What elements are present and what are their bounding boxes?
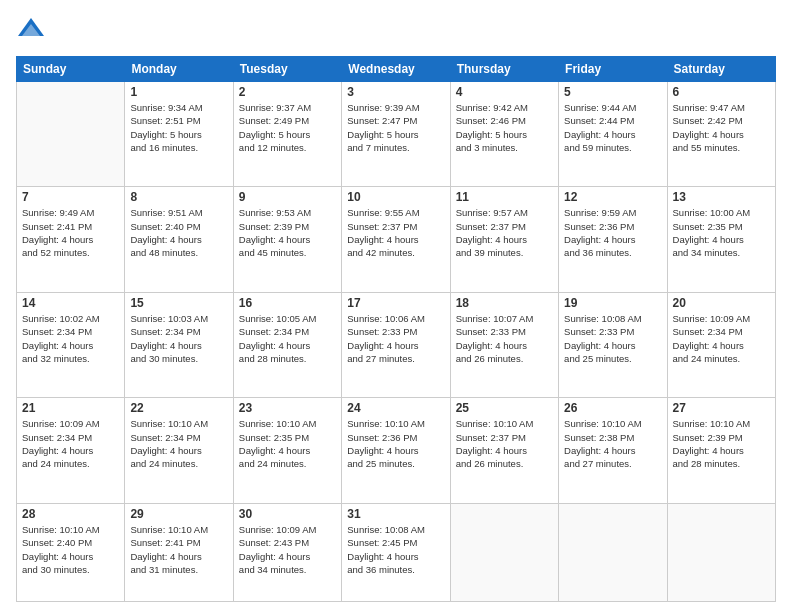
day-number: 14 — [22, 296, 119, 310]
day-info: Sunrise: 10:10 AMSunset: 2:37 PMDaylight… — [456, 417, 553, 470]
day-header: Tuesday — [233, 57, 341, 82]
day-info: Sunrise: 10:05 AMSunset: 2:34 PMDaylight… — [239, 312, 336, 365]
day-header: Saturday — [667, 57, 775, 82]
day-number: 7 — [22, 190, 119, 204]
day-info: Sunrise: 10:07 AMSunset: 2:33 PMDaylight… — [456, 312, 553, 365]
day-number: 22 — [130, 401, 227, 415]
day-info: Sunrise: 10:10 AMSunset: 2:41 PMDaylight… — [130, 523, 227, 576]
calendar-week-row: 7Sunrise: 9:49 AMSunset: 2:41 PMDaylight… — [17, 187, 776, 292]
day-number: 26 — [564, 401, 661, 415]
calendar-cell: 25Sunrise: 10:10 AMSunset: 2:37 PMDaylig… — [450, 398, 558, 503]
day-number: 20 — [673, 296, 770, 310]
calendar-cell: 2Sunrise: 9:37 AMSunset: 2:49 PMDaylight… — [233, 82, 341, 187]
day-info: Sunrise: 10:09 AMSunset: 2:43 PMDaylight… — [239, 523, 336, 576]
calendar-cell: 16Sunrise: 10:05 AMSunset: 2:34 PMDaylig… — [233, 292, 341, 397]
day-number: 31 — [347, 507, 444, 521]
calendar-cell: 18Sunrise: 10:07 AMSunset: 2:33 PMDaylig… — [450, 292, 558, 397]
day-info: Sunrise: 10:06 AMSunset: 2:33 PMDaylight… — [347, 312, 444, 365]
day-number: 2 — [239, 85, 336, 99]
day-info: Sunrise: 9:39 AMSunset: 2:47 PMDaylight:… — [347, 101, 444, 154]
calendar-week-row: 28Sunrise: 10:10 AMSunset: 2:40 PMDaylig… — [17, 503, 776, 601]
calendar-cell: 24Sunrise: 10:10 AMSunset: 2:36 PMDaylig… — [342, 398, 450, 503]
calendar-cell: 14Sunrise: 10:02 AMSunset: 2:34 PMDaylig… — [17, 292, 125, 397]
calendar-cell: 4Sunrise: 9:42 AMSunset: 2:46 PMDaylight… — [450, 82, 558, 187]
calendar-week-row: 14Sunrise: 10:02 AMSunset: 2:34 PMDaylig… — [17, 292, 776, 397]
calendar-cell: 22Sunrise: 10:10 AMSunset: 2:34 PMDaylig… — [125, 398, 233, 503]
calendar-cell — [559, 503, 667, 601]
day-info: Sunrise: 9:34 AMSunset: 2:51 PMDaylight:… — [130, 101, 227, 154]
day-header: Monday — [125, 57, 233, 82]
logo-icon — [16, 16, 46, 46]
day-number: 4 — [456, 85, 553, 99]
day-number: 5 — [564, 85, 661, 99]
day-info: Sunrise: 10:10 AMSunset: 2:36 PMDaylight… — [347, 417, 444, 470]
day-number: 24 — [347, 401, 444, 415]
calendar-cell: 10Sunrise: 9:55 AMSunset: 2:37 PMDayligh… — [342, 187, 450, 292]
day-number: 3 — [347, 85, 444, 99]
calendar-table: SundayMondayTuesdayWednesdayThursdayFrid… — [16, 56, 776, 602]
day-header: Sunday — [17, 57, 125, 82]
calendar-cell: 19Sunrise: 10:08 AMSunset: 2:33 PMDaylig… — [559, 292, 667, 397]
day-number: 23 — [239, 401, 336, 415]
calendar-cell: 31Sunrise: 10:08 AMSunset: 2:45 PMDaylig… — [342, 503, 450, 601]
day-info: Sunrise: 9:42 AMSunset: 2:46 PMDaylight:… — [456, 101, 553, 154]
day-number: 6 — [673, 85, 770, 99]
day-info: Sunrise: 9:37 AMSunset: 2:49 PMDaylight:… — [239, 101, 336, 154]
calendar-cell: 26Sunrise: 10:10 AMSunset: 2:38 PMDaylig… — [559, 398, 667, 503]
day-number: 29 — [130, 507, 227, 521]
day-number: 8 — [130, 190, 227, 204]
day-number: 19 — [564, 296, 661, 310]
calendar-cell: 28Sunrise: 10:10 AMSunset: 2:40 PMDaylig… — [17, 503, 125, 601]
day-number: 16 — [239, 296, 336, 310]
calendar-cell: 3Sunrise: 9:39 AMSunset: 2:47 PMDaylight… — [342, 82, 450, 187]
day-number: 17 — [347, 296, 444, 310]
calendar-cell: 23Sunrise: 10:10 AMSunset: 2:35 PMDaylig… — [233, 398, 341, 503]
calendar-cell — [450, 503, 558, 601]
day-number: 1 — [130, 85, 227, 99]
day-header: Wednesday — [342, 57, 450, 82]
calendar-cell — [17, 82, 125, 187]
calendar-cell: 13Sunrise: 10:00 AMSunset: 2:35 PMDaylig… — [667, 187, 775, 292]
calendar-week-row: 21Sunrise: 10:09 AMSunset: 2:34 PMDaylig… — [17, 398, 776, 503]
calendar-cell: 15Sunrise: 10:03 AMSunset: 2:34 PMDaylig… — [125, 292, 233, 397]
calendar-cell — [667, 503, 775, 601]
day-info: Sunrise: 9:44 AMSunset: 2:44 PMDaylight:… — [564, 101, 661, 154]
day-info: Sunrise: 10:10 AMSunset: 2:40 PMDaylight… — [22, 523, 119, 576]
day-info: Sunrise: 9:49 AMSunset: 2:41 PMDaylight:… — [22, 206, 119, 259]
day-info: Sunrise: 10:10 AMSunset: 2:34 PMDaylight… — [130, 417, 227, 470]
page-container: SundayMondayTuesdayWednesdayThursdayFrid… — [0, 0, 792, 612]
day-number: 9 — [239, 190, 336, 204]
calendar-cell: 30Sunrise: 10:09 AMSunset: 2:43 PMDaylig… — [233, 503, 341, 601]
day-info: Sunrise: 10:02 AMSunset: 2:34 PMDaylight… — [22, 312, 119, 365]
day-number: 18 — [456, 296, 553, 310]
day-number: 10 — [347, 190, 444, 204]
day-info: Sunrise: 10:10 AMSunset: 2:35 PMDaylight… — [239, 417, 336, 470]
day-info: Sunrise: 10:09 AMSunset: 2:34 PMDaylight… — [22, 417, 119, 470]
calendar-cell: 20Sunrise: 10:09 AMSunset: 2:34 PMDaylig… — [667, 292, 775, 397]
day-number: 30 — [239, 507, 336, 521]
day-number: 25 — [456, 401, 553, 415]
calendar-cell: 5Sunrise: 9:44 AMSunset: 2:44 PMDaylight… — [559, 82, 667, 187]
calendar-cell: 17Sunrise: 10:06 AMSunset: 2:33 PMDaylig… — [342, 292, 450, 397]
day-info: Sunrise: 10:08 AMSunset: 2:45 PMDaylight… — [347, 523, 444, 576]
day-number: 11 — [456, 190, 553, 204]
calendar-cell: 6Sunrise: 9:47 AMSunset: 2:42 PMDaylight… — [667, 82, 775, 187]
day-header: Friday — [559, 57, 667, 82]
day-info: Sunrise: 10:08 AMSunset: 2:33 PMDaylight… — [564, 312, 661, 365]
calendar-cell: 7Sunrise: 9:49 AMSunset: 2:41 PMDaylight… — [17, 187, 125, 292]
calendar-cell: 21Sunrise: 10:09 AMSunset: 2:34 PMDaylig… — [17, 398, 125, 503]
calendar-cell: 1Sunrise: 9:34 AMSunset: 2:51 PMDaylight… — [125, 82, 233, 187]
calendar-cell: 9Sunrise: 9:53 AMSunset: 2:39 PMDaylight… — [233, 187, 341, 292]
day-info: Sunrise: 9:47 AMSunset: 2:42 PMDaylight:… — [673, 101, 770, 154]
calendar-cell: 8Sunrise: 9:51 AMSunset: 2:40 PMDaylight… — [125, 187, 233, 292]
day-info: Sunrise: 10:03 AMSunset: 2:34 PMDaylight… — [130, 312, 227, 365]
calendar-cell: 11Sunrise: 9:57 AMSunset: 2:37 PMDayligh… — [450, 187, 558, 292]
calendar-cell: 12Sunrise: 9:59 AMSunset: 2:36 PMDayligh… — [559, 187, 667, 292]
header-row: SundayMondayTuesdayWednesdayThursdayFrid… — [17, 57, 776, 82]
day-info: Sunrise: 10:09 AMSunset: 2:34 PMDaylight… — [673, 312, 770, 365]
calendar-week-row: 1Sunrise: 9:34 AMSunset: 2:51 PMDaylight… — [17, 82, 776, 187]
day-number: 28 — [22, 507, 119, 521]
day-number: 27 — [673, 401, 770, 415]
day-info: Sunrise: 9:51 AMSunset: 2:40 PMDaylight:… — [130, 206, 227, 259]
calendar-cell: 29Sunrise: 10:10 AMSunset: 2:41 PMDaylig… — [125, 503, 233, 601]
